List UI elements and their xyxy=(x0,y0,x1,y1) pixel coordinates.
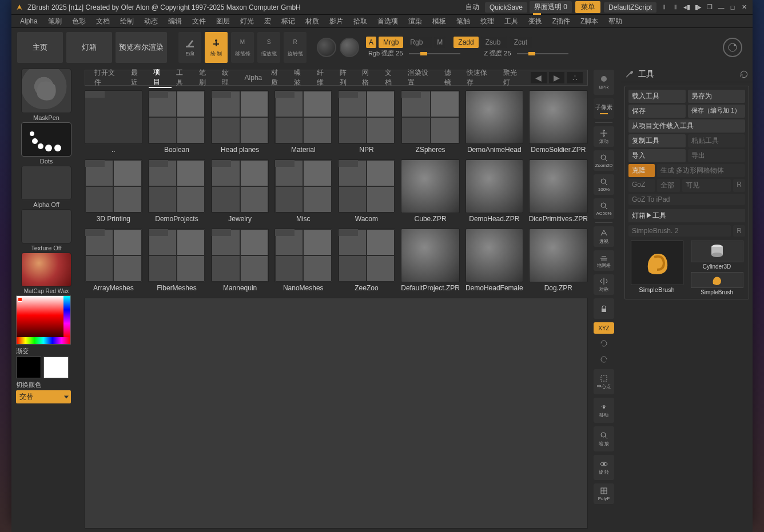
tab-8[interactable]: 噪波 xyxy=(289,68,312,87)
grid-item-16[interactable]: ArrayMeshes xyxy=(85,229,142,292)
grid-item-10[interactable]: Jewelry xyxy=(211,159,269,223)
preview-boolean-button[interactable]: 预览布尔渲染 xyxy=(116,32,167,63)
save-numbered-button[interactable]: 保存（编号加 1） xyxy=(688,105,745,118)
menu-纹理[interactable]: 纹理 xyxy=(475,17,499,26)
canvas[interactable] xyxy=(85,298,588,529)
menu-动态[interactable]: 动态 xyxy=(139,17,163,26)
rotate-mode-button[interactable]: R旋转笔 xyxy=(284,32,307,63)
scale-mode-button[interactable]: S缩放笔 xyxy=(257,32,280,63)
menu-影片[interactable]: 影片 xyxy=(324,17,348,26)
draw-mode-button[interactable]: 绘 制 xyxy=(205,32,228,63)
tab-5[interactable]: 纹理 xyxy=(217,68,240,87)
tab-7[interactable]: 材质 xyxy=(266,68,289,87)
grid-item-11[interactable]: Misc xyxy=(274,159,332,223)
material-sphere-icon[interactable] xyxy=(317,38,336,57)
material-sphere-2-icon[interactable] xyxy=(340,38,359,57)
m-button[interactable]: M xyxy=(434,37,445,48)
tab-11[interactable]: 网格 xyxy=(357,68,380,87)
make-polymesh-button[interactable]: 生成 多边形网格物体 xyxy=(657,164,745,177)
rgb-intensity-slider[interactable] xyxy=(409,53,460,54)
rgb-intensity-label[interactable]: Rgb 强度 25 xyxy=(368,49,403,58)
aahalf-button[interactable]: AC50% xyxy=(594,198,614,219)
menu-首选项[interactable]: 首选项 xyxy=(372,17,403,26)
zadd-button[interactable]: Zadd xyxy=(453,37,478,48)
brush-slot[interactable]: MaskPen xyxy=(14,69,79,121)
grid-item-0[interactable]: .. xyxy=(85,90,142,154)
menu-材质[interactable]: 材质 xyxy=(300,17,324,26)
menu-色彩[interactable]: 色彩 xyxy=(67,17,91,26)
minimize-icon[interactable]: — xyxy=(716,3,726,12)
grid-item-3[interactable]: Material xyxy=(274,90,332,154)
symmetry-button[interactable]: 对称 xyxy=(594,274,614,295)
menu-图层[interactable]: 图层 xyxy=(211,17,235,26)
menu-拾取[interactable]: 拾取 xyxy=(348,17,372,26)
home-button[interactable]: 主页 xyxy=(17,32,63,63)
floor-button[interactable]: 地网格 xyxy=(594,250,614,271)
auto-label[interactable]: 自动 xyxy=(461,2,484,12)
lightbox-tool-button[interactable]: 灯箱▶工具 xyxy=(628,209,745,222)
menu-z插件[interactable]: Z插件 xyxy=(547,17,575,26)
menu-模板[interactable]: 模板 xyxy=(427,17,451,26)
next-button[interactable]: ▶ xyxy=(549,72,565,83)
grid-item-17[interactable]: FiberMeshes xyxy=(148,229,206,292)
goz-ipad-button[interactable]: GoZ To iPad xyxy=(628,194,745,205)
import-button[interactable]: 导入 xyxy=(628,149,686,162)
menu-渲染[interactable]: 渲染 xyxy=(403,17,427,26)
material-slot[interactable]: MatCap Red Wax xyxy=(14,253,79,294)
grid-item-8[interactable]: 3D Printing xyxy=(85,159,142,223)
rotate-cc-icon[interactable] xyxy=(594,353,614,366)
tab-6[interactable]: Alpha xyxy=(240,74,267,82)
alternate-button[interactable]: 交替 xyxy=(16,390,71,403)
z-intensity-label[interactable]: Z 强度 25 xyxy=(484,49,511,58)
tool-r-button[interactable]: R xyxy=(733,225,745,237)
tool-slot-1[interactable]: SimpleBrush xyxy=(628,241,685,295)
persp-button[interactable]: 透视 xyxy=(594,226,614,247)
actual-size-button[interactable]: 100% xyxy=(594,174,614,195)
color-picker[interactable]: 渐变 xyxy=(14,295,79,355)
grid-item-2[interactable]: Head planes xyxy=(211,90,269,154)
tab-15[interactable]: 快速保存 xyxy=(462,68,499,87)
rgb-button[interactable]: Rgb xyxy=(405,37,432,48)
menu-笔触[interactable]: 笔触 xyxy=(451,17,475,26)
refresh-icon[interactable] xyxy=(739,69,749,79)
rotate-c-icon[interactable] xyxy=(594,337,614,350)
grid-item-19[interactable]: NanoMeshes xyxy=(274,229,332,292)
load-from-project-button[interactable]: 从项目文件载入工具 xyxy=(628,119,745,133)
bpr-button[interactable]: BPR xyxy=(594,70,614,95)
xyz-button[interactable]: XYZ xyxy=(594,322,614,334)
frame-button[interactable]: 中心点 xyxy=(594,369,614,394)
menu-文档[interactable]: 文档 xyxy=(91,17,115,26)
rotate3d-button[interactable]: 旋 转 xyxy=(594,455,614,480)
collapse-right-icon[interactable]: ▮▸ xyxy=(693,3,703,12)
save-button[interactable]: 保存 xyxy=(628,105,686,118)
tab-2[interactable]: 项目 xyxy=(149,67,172,88)
collapse-left-icon[interactable]: ◂▮ xyxy=(682,3,692,12)
menu-工具[interactable]: 工具 xyxy=(499,17,523,26)
maximize-icon[interactable]: □ xyxy=(727,3,738,12)
tab-13[interactable]: 渲染设置 xyxy=(403,68,440,87)
grid-item-5[interactable]: ZSpheres xyxy=(401,90,460,154)
goz-r-button[interactable]: R xyxy=(733,179,745,192)
menu-alpha[interactable]: Alpha xyxy=(15,17,43,25)
grid-item-7[interactable]: DemoSoldier.ZPR xyxy=(529,90,588,154)
lightbox-button[interactable]: 灯箱 xyxy=(66,32,112,63)
a-button[interactable]: A xyxy=(366,37,376,48)
goz-button[interactable]: GoZ xyxy=(628,179,655,192)
close-icon[interactable]: ✕ xyxy=(739,3,749,12)
secondary-color-swatch[interactable] xyxy=(43,357,69,378)
texture-slot[interactable]: Texture Off xyxy=(14,209,79,251)
zoom3d-button[interactable]: 缩 放 xyxy=(594,426,614,451)
ui-transparency-button[interactable]: 界面透明 0 xyxy=(530,1,572,13)
zcut-button[interactable]: Zcut xyxy=(510,37,532,48)
move-mode-button[interactable]: M移笔锋 xyxy=(231,32,254,63)
grip-icon[interactable]: ⫴ xyxy=(659,3,669,12)
main-color-swatch[interactable] xyxy=(16,357,41,378)
grid-item-9[interactable]: DemoProjects xyxy=(148,159,206,223)
prev-button[interactable]: ◀ xyxy=(531,72,547,83)
menu-文件[interactable]: 文件 xyxy=(187,17,211,26)
tab-14[interactable]: 滤镜 xyxy=(440,68,463,87)
default-zscript-button[interactable]: DefaultZScript xyxy=(604,2,656,13)
grid-item-23[interactable]: Dog.ZPR xyxy=(529,229,588,292)
polyframe-button[interactable]: PolyF xyxy=(594,483,614,504)
tab-16[interactable]: 聚光灯 xyxy=(499,68,528,87)
